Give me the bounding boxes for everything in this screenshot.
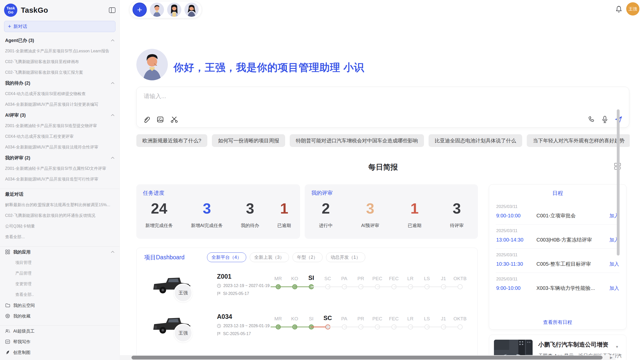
flag-icon <box>217 292 221 296</box>
chevron-up-icon[interactable] <box>111 251 114 253</box>
join-button[interactable]: 加入 <box>609 261 619 267</box>
plus-icon: + <box>8 24 11 29</box>
event-time: 9:00-10:00 <box>496 213 536 219</box>
app-link-product-mgmt[interactable]: 产品管理 <box>0 268 120 279</box>
milestone-label: LR <box>402 276 419 281</box>
writing-icon <box>5 340 10 344</box>
new-chat-button[interactable]: + 新对话 <box>4 21 115 32</box>
sidebar: Task Go TaskGo + 新对话 Agent已办 (3) Z001-全新… <box>0 0 120 360</box>
project-date-range: 2023-12-19 ~ 2026-01-19 <box>223 324 270 328</box>
horizontal-scrollbar-thumb[interactable] <box>131 356 603 359</box>
creative-draw-label: 创意制图 <box>13 350 31 355</box>
news-title: 小鹏飞行汽车制造公司增资 <box>538 341 621 349</box>
section-header-agent-done: Agent已办 (3) <box>0 35 120 46</box>
phone-icon[interactable] <box>588 116 595 123</box>
microphone-icon[interactable] <box>602 116 608 123</box>
recent-chat-item[interactable]: C02-飞腾新能源轻客改款项目的闭环通告反馈情况 <box>0 210 120 221</box>
milestone-label: SI <box>303 275 319 281</box>
recent-chat-item[interactable]: 查看全部... <box>0 232 120 242</box>
stat-column: 1已逾期 <box>277 201 291 229</box>
stat-value: 1 <box>277 201 291 216</box>
recent-chat-item[interactable]: 公司Q3轻卡销量 <box>0 221 120 232</box>
sidebar-item[interactable]: C02-飞腾新能源轻客改款项目里程碑画布 <box>0 56 120 67</box>
people-icon <box>5 329 10 333</box>
user-avatar[interactable]: 王强 <box>626 2 639 16</box>
scroll-down-arrow[interactable]: ▼ <box>615 345 619 349</box>
dashboard-filters: 全新平台（4） 全新上装（3） 年型（2） 动总开发（1） <box>207 252 365 262</box>
attachment-icon[interactable] <box>143 116 150 123</box>
filter-chip[interactable]: 全新上装（3） <box>250 252 289 262</box>
chevron-up-icon[interactable] <box>111 157 114 159</box>
chat-input[interactable] <box>143 93 500 100</box>
avatar[interactable] <box>184 3 199 17</box>
task-progress-card: 任务进度 24新增完成任务 3新增AI完成任务 3我的待办 1已逾期 <box>136 184 300 239</box>
stat-label: 进行中 <box>319 222 333 229</box>
collapse-sidebar-button[interactable] <box>109 7 115 13</box>
filter-chip[interactable]: 全新平台（4） <box>207 252 246 262</box>
avatar[interactable] <box>167 3 181 17</box>
join-button[interactable]: 加入 <box>609 285 619 292</box>
sidebar-item-help-write[interactable]: 帮我写作 <box>0 336 120 347</box>
sidebar-item[interactable]: A034-全新新能源MUV产品开发项目造型可行性评审 <box>0 174 120 185</box>
notifications-button[interactable] <box>615 6 622 13</box>
project-row[interactable]: 王强 Z001 2023-12-19 ~ 2027-01-19 SI-2025-… <box>144 268 472 306</box>
sidebar-item-my-apps[interactable]: 我的应用 <box>0 247 120 257</box>
sidebar-item-favorites[interactable]: 我的收藏 <box>0 311 120 321</box>
scroll-right-arrow[interactable]: ▶ <box>610 355 613 359</box>
recent-chat-item[interactable]: 解释最新出台的欧盟报废车法规再生塑料比例被调至15%... <box>0 200 120 210</box>
milestone-label: PA <box>336 316 353 321</box>
sidebar-item[interactable]: Z001-全新燃油轻卡产品开发项目SI造型提交物评审 <box>0 121 120 131</box>
chevron-up-icon[interactable] <box>111 82 114 84</box>
sidebar-item[interactable]: C0X4-动力总成开发项目工程变更评审 <box>0 131 120 142</box>
milestone-label: MR <box>270 276 286 281</box>
app-link-project-mgmt[interactable]: 项目管理 <box>0 257 120 268</box>
section-title: 我的待办 (2) <box>5 80 30 86</box>
sidebar-item[interactable]: C02-飞腾新能源轻客改款项目立项汇报方案 <box>0 67 120 78</box>
stat-column: 3我的待办 <box>241 201 259 229</box>
stat-column: 3待评审 <box>450 201 464 229</box>
milestone-dot <box>458 324 463 329</box>
event-time: 13:00-14:30 <box>496 237 536 243</box>
suggestion-chip[interactable]: 特朗普可能对进口汽车增税会对中国车企造成哪些影响 <box>290 134 424 147</box>
filter-chip[interactable]: 年型（2） <box>292 252 323 262</box>
milestone-label: FEC <box>386 276 402 281</box>
suggestion-chip[interactable]: 如何写一份清晰的项目周报 <box>212 134 285 147</box>
chevron-up-icon[interactable] <box>111 114 114 116</box>
sidebar-item[interactable]: Z001-全新燃油轻卡产品开发项目SI节点属性5D文件评审 <box>0 163 120 174</box>
schedule-event: 2025/03/11 10:30-11:30C005-整车工程目标评审加入 <box>496 249 620 273</box>
sidebar-item-creative-draw[interactable]: 创意制图 <box>0 347 120 358</box>
suggestion-chip[interactable]: 比亚迪全固态电池计划具体说了什么 <box>429 134 522 147</box>
project-row[interactable]: 王强 A034 2023-12-19 ~ 2026-01-19 SC-2025-… <box>144 308 472 347</box>
event-date: 2025/03/11 <box>496 252 619 258</box>
sidebar-item[interactable]: C0X4-动力总成开发项目SI里程碑提交物检查 <box>0 88 120 99</box>
sidebar-item-ai-employee[interactable]: AI超级员工 <box>0 326 120 336</box>
suggestion-chip[interactable]: 当下年轻人对汽车外观有怎样的喜好趋势 <box>527 134 630 147</box>
sidebar-item-cloud-space[interactable]: 我的云空间 <box>0 300 120 311</box>
view-all-schedule-link[interactable]: 查看所有日程 <box>489 319 626 326</box>
message-composer <box>136 87 629 128</box>
stat-value: 2 <box>319 201 333 216</box>
milestone-label: LS <box>419 316 435 321</box>
add-conversation-button[interactable]: + <box>133 3 147 17</box>
stat-label: 新增AI完成任务 <box>191 222 223 229</box>
sidebar-item[interactable]: Z001-全新燃油皮卡产品开发项目SI节点Lesson Learn报告 <box>0 46 120 56</box>
sidebar-item[interactable]: A034-全新新能源MUV产品开发项目计划变更表编写 <box>0 99 120 110</box>
quill-icon <box>5 350 10 355</box>
milestone-label: LS <box>419 276 435 281</box>
milestone-label: PR <box>353 316 369 321</box>
app-link-change-mgmt[interactable]: 变更管理 <box>0 279 120 289</box>
image-upload-icon[interactable] <box>156 116 164 123</box>
app-link-view-all[interactable]: 查看全部.. <box>0 289 120 300</box>
sidebar-item[interactable]: A034-全新新能源MUV产品开发项目法规符合性评审 <box>0 142 120 153</box>
suggestion-chip[interactable]: 欧洲新规最近颁布了什么? <box>136 134 207 147</box>
milestone-label: LR <box>402 316 419 321</box>
avatar[interactable] <box>150 3 164 17</box>
filter-chip[interactable]: 动总开发（1） <box>326 252 365 262</box>
vertical-scrollbar-thumb[interactable] <box>617 109 620 256</box>
event-name: C003|H0B-方案冻结评审 <box>536 236 609 243</box>
stat-column: 3新增AI完成任务 <box>191 201 223 229</box>
chevron-up-icon[interactable] <box>111 39 114 41</box>
stat-label: 我的待办 <box>241 222 259 229</box>
scissors-icon[interactable] <box>170 116 178 123</box>
stat-value: 3 <box>241 201 259 216</box>
